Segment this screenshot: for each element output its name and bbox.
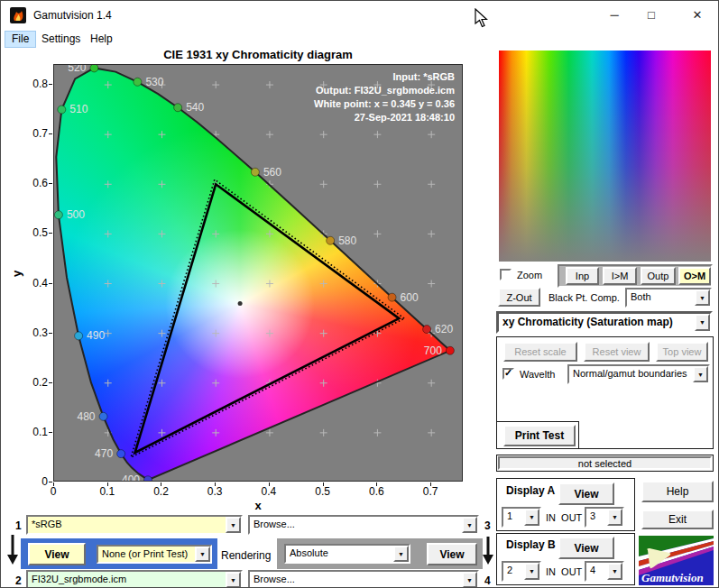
dropdown-arrow-icon[interactable] [695, 289, 710, 306]
inp-button[interactable]: Inp [566, 267, 599, 285]
chart-info-line: Input: *sRGB [314, 70, 455, 84]
menu-bar: File Settings Help [1, 30, 718, 49]
tick-mark [49, 283, 52, 284]
exit-button[interactable]: Exit [641, 510, 714, 529]
pattern-view-button[interactable]: View [28, 543, 86, 565]
chart-info-block: Input: *sRGBOutput: FI32U_srgbmode.icmWh… [314, 70, 455, 124]
dropdown-arrow-icon[interactable] [393, 546, 409, 562]
display-b-view-button[interactable]: View [558, 537, 614, 559]
dropdown-arrow-icon[interactable] [226, 517, 241, 533]
z-out-button[interactable]: Z-Out [498, 288, 540, 307]
tick-mark [323, 482, 324, 486]
tick-mark [49, 333, 52, 334]
dropdown-arrow-icon[interactable] [693, 366, 708, 382]
dropdown-arrow-icon[interactable] [226, 572, 241, 588]
menu-settings[interactable]: Settings [35, 31, 87, 48]
x-axis-label: x [53, 499, 463, 512]
plot-overlay: 5205305405105004904804704005605806006207… [54, 65, 463, 482]
chromaticity-plot[interactable]: 5205305405105004904804704005605806006207… [53, 64, 463, 482]
dropdown-arrow-icon[interactable] [462, 517, 477, 533]
boundaries-select[interactable]: Normal/gamut boundaries [567, 364, 710, 384]
output-profile-value: FI32U_srgbmode.icm [28, 572, 226, 588]
wavelength-label: 520 [68, 65, 86, 74]
display-a-out-select[interactable]: 3 [585, 507, 624, 528]
tick-label: 0.3 [17, 326, 48, 339]
rendering-intent-value: Absolute [286, 546, 393, 562]
slot-1-number: 1 [15, 519, 22, 532]
reset-view-button[interactable]: Reset view [584, 342, 650, 362]
gamutvision-logo: Gamutvision [639, 536, 714, 585]
status-text: not selected [498, 456, 712, 470]
black-pt-comp-select[interactable]: Both [625, 288, 712, 308]
rendering-view-button[interactable]: View [427, 543, 477, 565]
flow-down-arrow-right-icon [481, 537, 495, 565]
dropdown-arrow-icon[interactable] [607, 509, 622, 526]
browse-3-select[interactable]: Browse... [248, 515, 479, 535]
tick-mark [161, 482, 161, 486]
wavelength-label: 500 [67, 208, 85, 221]
dropdown-arrow-icon[interactable] [195, 547, 210, 562]
dropdown-arrow-icon[interactable] [695, 314, 710, 331]
dropdown-arrow-icon[interactable] [462, 572, 477, 588]
tick-label: 0.7 [17, 127, 48, 140]
print-test-button[interactable]: Print Test [503, 425, 576, 446]
tick-mark [430, 482, 431, 486]
output-profile-select[interactable]: FI32U_srgbmode.icm [26, 570, 243, 588]
close-button[interactable]: ✕ [677, 1, 718, 29]
dropdown-arrow-icon[interactable] [607, 563, 622, 580]
reset-scale-button[interactable]: Reset scale [503, 342, 577, 362]
tick-label: 0.6 [363, 485, 390, 498]
display-b-out-value: 4 [586, 563, 607, 580]
wavelth-checkbox[interactable] [502, 368, 514, 380]
display-b-out-select[interactable]: 4 [585, 561, 624, 582]
outp-button[interactable]: Outp [641, 267, 676, 285]
print-pattern-select[interactable]: None (or Print Test) [97, 545, 212, 564]
tick-label: 0.4 [255, 485, 282, 498]
tick-label: 0.1 [17, 426, 48, 438]
tick-mark [49, 84, 52, 85]
display-a-out-value: 3 [586, 509, 607, 526]
top-view-button[interactable]: Top view [656, 342, 708, 362]
menu-file[interactable]: File [5, 31, 36, 48]
i-to-m-button[interactable]: I>M [603, 267, 637, 285]
black-pt-comp-label: Black Pt. Comp. [548, 292, 620, 303]
black-pt-comp-value: Both [627, 289, 695, 306]
dropdown-arrow-icon[interactable] [524, 509, 539, 526]
display-a-title: Display A [506, 484, 555, 497]
zoom-checkbox[interactable] [500, 269, 512, 280]
logo-text: Gamutvision [641, 571, 704, 584]
wavelength-label: 510 [69, 103, 88, 115]
wavelength-label: 480 [78, 410, 96, 423]
mouse-cursor [475, 8, 488, 28]
tick-mark [49, 432, 52, 433]
menu-help[interactable]: Help [84, 31, 119, 48]
display-b-in-select[interactable]: 2 [502, 561, 541, 582]
display-a-in-select[interactable]: 1 [502, 507, 541, 528]
chart-title: CIE 1931 xy Chromaticity diagram [53, 48, 463, 61]
input-profile-select[interactable]: *sRGB [26, 515, 243, 535]
tick-mark [49, 482, 52, 482]
slot-2-number: 2 [15, 574, 22, 587]
minimize-button[interactable]: ─ [594, 1, 635, 29]
dropdown-arrow-icon[interactable] [524, 563, 539, 580]
view-mode-value: xy Chromaticity (Saturation map) [499, 314, 695, 331]
tick-label: 0.5 [309, 485, 336, 498]
o-to-m-button[interactable]: O>M [678, 267, 711, 285]
display-a-view-button[interactable]: View [558, 482, 614, 505]
display-b-in-value: 2 [503, 563, 524, 580]
wavelength-label: 600 [401, 291, 419, 304]
display-b-title: Display B [506, 538, 556, 551]
view-mode-select[interactable]: xy Chromaticity (Saturation map) [496, 311, 713, 334]
chart-info-line: Output: FI32U_srgbmode.icm [314, 84, 455, 97]
wavelength-label: 540 [186, 101, 204, 114]
tick-mark [49, 183, 52, 184]
browse-4-select[interactable]: Browse... [248, 570, 479, 588]
zoom-checkbox-label: Zoom [517, 270, 542, 280]
boundaries-value: Normal/gamut boundaries [569, 366, 693, 382]
maximize-button[interactable]: □ [631, 1, 672, 29]
tick-label: 0.8 [17, 78, 48, 90]
help-button[interactable]: Help [641, 481, 714, 502]
tick-mark [49, 233, 52, 234]
hue-saturation-map[interactable] [499, 51, 711, 262]
rendering-intent-select[interactable]: Absolute [284, 544, 410, 564]
